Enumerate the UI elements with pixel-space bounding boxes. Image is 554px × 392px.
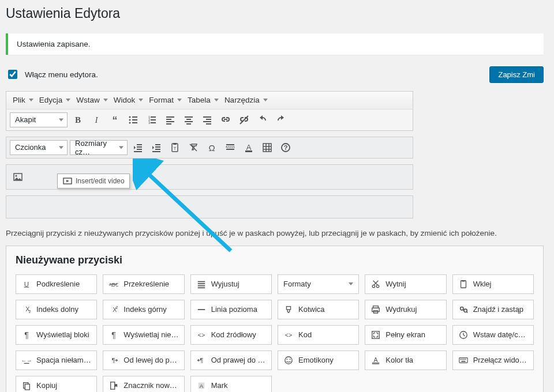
editor-menubar: Plik Edycja Wstaw Widok Format Tabela Na… <box>6 91 413 110</box>
insert-image-button[interactable] <box>10 169 26 185</box>
chevron-down-icon <box>214 99 219 101</box>
paste-text-button[interactable] <box>167 140 183 156</box>
unused-button[interactable]: Wydrukuj <box>365 300 446 319</box>
align-right-button[interactable] <box>199 112 215 128</box>
copy-icon <box>21 380 32 391</box>
menu-file[interactable]: Plik <box>10 92 36 108</box>
chevron-down-icon <box>119 146 123 149</box>
toolbar-row-2: Czcionka Rozmiary cz… <box>6 137 413 159</box>
unused-button[interactable]: Kolor tła <box>365 350 446 370</box>
unused-button[interactable]: Kopiuj <box>16 376 97 392</box>
unused-button-label: Znajdź i zastąp <box>473 305 523 314</box>
ltr-icon <box>108 355 119 365</box>
code-icon <box>283 330 294 340</box>
unused-button[interactable]: Indeks dolny <box>16 300 97 319</box>
paragraph-select[interactable]: Akapit <box>10 112 68 127</box>
special-char-button[interactable] <box>204 140 220 156</box>
outdent-button[interactable] <box>130 140 146 156</box>
font-select[interactable]: Czcionka <box>10 140 68 155</box>
italic-button[interactable] <box>88 112 104 128</box>
video-icon <box>62 176 73 186</box>
enable-editor-menu-input[interactable] <box>8 70 17 79</box>
unused-button[interactable]: Przekreślenie <box>103 274 184 294</box>
bold-button[interactable] <box>70 112 86 128</box>
unused-button-label: Kotwica <box>298 305 325 314</box>
chevron-down-icon <box>66 99 70 101</box>
toolbar-row-4-empty[interactable] <box>6 195 413 218</box>
toolbar-row-1: Akapit <box>6 110 413 131</box>
align-center-button[interactable] <box>181 112 197 128</box>
unused-button[interactable]: Wklej <box>452 274 534 294</box>
unused-button[interactable]: Wytnij <box>365 274 446 294</box>
enable-editor-menu-checkbox[interactable]: Włącz menu edytora. <box>6 68 98 81</box>
numbered-list-button[interactable] <box>144 112 160 128</box>
unused-button[interactable]: Indeks górny <box>103 300 184 319</box>
unused-button[interactable]: Wyjustuj <box>190 274 272 294</box>
print-icon <box>370 304 381 315</box>
cut-icon <box>370 279 381 289</box>
pilcrow-icon <box>108 330 119 340</box>
hr-icon <box>196 304 207 315</box>
unused-button-label: Emotikony <box>298 356 334 364</box>
menu-edit[interactable]: Edycja <box>36 92 74 108</box>
menu-table[interactable]: Tabela <box>185 92 222 108</box>
menu-insert[interactable]: Wstaw <box>73 92 111 108</box>
unused-button[interactable]: Kod źródłowy <box>190 325 272 345</box>
unused-button[interactable]: Wyświetlaj bloki <box>16 325 97 345</box>
menu-view[interactable]: Widok <box>111 92 147 108</box>
unused-button[interactable]: Emotikony <box>278 350 359 370</box>
clear-format-button[interactable] <box>185 140 201 156</box>
unused-button[interactable]: Pełny ekran <box>365 325 446 345</box>
unused-button[interactable]: Znajdź i zastąp <box>452 300 534 319</box>
enable-editor-menu-label: Włącz menu edytora. <box>25 70 98 79</box>
unused-button[interactable]: Wyświetlaj niedruko… <box>103 325 184 345</box>
sup-icon <box>108 304 119 315</box>
unlink-button[interactable] <box>236 112 252 128</box>
indent-button[interactable] <box>148 140 164 156</box>
table-button[interactable] <box>259 140 275 156</box>
bgcolor-icon <box>370 355 381 365</box>
blockquote-button[interactable] <box>107 112 123 128</box>
link-button[interactable] <box>218 112 234 128</box>
unused-button[interactable]: Linia pozioma <box>190 300 272 319</box>
read-more-button[interactable] <box>222 140 238 156</box>
notice-success: Ustawienia zapisane. <box>6 33 544 55</box>
unused-button[interactable]: Spacja niełamiąca <box>16 350 97 370</box>
unused-button[interactable]: Przełącz widoczność… <box>452 350 534 370</box>
unused-button-label: Mark <box>211 381 228 390</box>
align-left-button[interactable] <box>162 112 178 128</box>
unused-button[interactable]: Od prawej do lewej <box>190 350 272 370</box>
nbsp-icon <box>21 355 32 365</box>
menu-format[interactable]: Format <box>146 92 185 108</box>
unused-button-label: Podkreślenie <box>36 280 80 288</box>
unused-button[interactable]: Kod <box>278 325 359 345</box>
justify-icon <box>196 279 207 289</box>
unused-button[interactable]: Podkreślenie <box>16 274 97 294</box>
strike-icon <box>108 279 119 289</box>
unused-button[interactable]: Od lewej do prawej <box>103 350 184 370</box>
unused-button-label: Znacznik nowej stro… <box>123 381 178 390</box>
unused-button[interactable]: Kotwica <box>278 300 359 319</box>
font-size-select[interactable]: Rozmiary cz… <box>70 140 128 155</box>
chevron-down-icon <box>29 99 33 101</box>
unused-buttons-panel: Nieużywane przyciski PodkreśleniePrzekre… <box>6 246 544 392</box>
page-title: Ustawienia Edytora <box>6 0 544 25</box>
unused-button-label: Indeks dolny <box>36 305 78 314</box>
unused-button[interactable]: Znacznik nowej stro… <box>103 376 184 392</box>
insert-video-button[interactable]: Insert/edit video <box>28 169 44 185</box>
unused-button[interactable]: Wstaw datę/czas <box>452 325 534 345</box>
undo-button[interactable] <box>254 112 271 128</box>
save-button[interactable]: Zapisz Zmi <box>489 66 544 83</box>
unused-button-label: Przekreślenie <box>123 280 169 288</box>
text-color-button[interactable] <box>241 140 257 156</box>
unused-button-label: Przełącz widoczność… <box>473 356 528 364</box>
bullet-list-button[interactable] <box>125 112 141 128</box>
chevron-down-icon <box>103 99 108 101</box>
menu-tools[interactable]: Narzędzia <box>222 92 271 108</box>
unused-button-label: Od lewej do prawej <box>123 356 178 364</box>
redo-button[interactable] <box>273 112 289 128</box>
unused-button[interactable]: Mark <box>190 376 272 392</box>
unused-formats-select[interactable]: Formaty <box>278 274 359 294</box>
unused-button-label: Wklej <box>473 280 492 288</box>
help-button[interactable] <box>278 140 294 156</box>
